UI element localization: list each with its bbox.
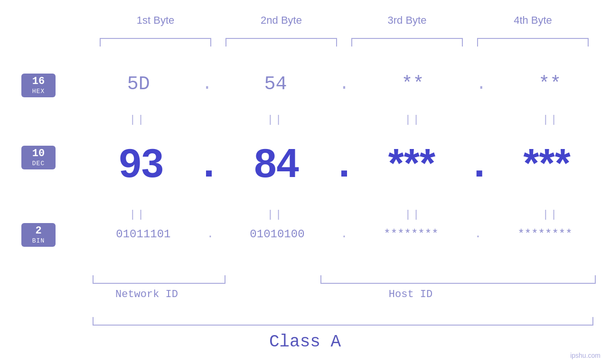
eq-3: || bbox=[385, 114, 441, 126]
hex-val-2: 54 bbox=[247, 74, 304, 95]
top-bracket-row bbox=[93, 38, 596, 47]
dec-val-1: 93 bbox=[106, 140, 177, 187]
bin-dot-1: . bbox=[207, 228, 214, 241]
hex-val-4: ** bbox=[521, 74, 578, 95]
class-label: Class A bbox=[0, 332, 610, 352]
hex-dot-3: . bbox=[476, 75, 487, 94]
network-id-label: Network ID bbox=[111, 289, 182, 300]
bracket-3 bbox=[351, 38, 463, 47]
network-bracket bbox=[93, 275, 225, 284]
bin-val-3: ******** bbox=[373, 228, 449, 241]
bottom-brackets bbox=[93, 275, 596, 284]
dec-row: 93 . 84 . *** . *** bbox=[93, 140, 596, 187]
hex-badge: 16 HEX bbox=[21, 74, 56, 97]
bracket-1 bbox=[100, 38, 211, 47]
hex-dot-2: . bbox=[339, 75, 349, 94]
hex-badge-number: 16 bbox=[21, 75, 56, 88]
byte-header-4: 4th Byte bbox=[470, 14, 596, 27]
hex-val-3: ** bbox=[384, 74, 441, 95]
watermark: ipshu.com bbox=[570, 352, 601, 359]
bin-val-2: 01010100 bbox=[239, 228, 315, 241]
eq2-4: || bbox=[522, 209, 579, 221]
byte-header-2: 2nd Byte bbox=[218, 14, 344, 27]
hex-badge-label: HEX bbox=[21, 88, 56, 95]
hex-row: 5D . 54 . ** . ** bbox=[93, 74, 596, 95]
equals-row-1: || || || || bbox=[93, 114, 596, 126]
main-container: 1st Byte 2nd Byte 3rd Byte 4th Byte 16 H… bbox=[0, 0, 610, 364]
dec-dot-2: . bbox=[338, 142, 350, 183]
host-id-label: Host ID bbox=[375, 289, 446, 300]
eq-1: || bbox=[109, 114, 166, 126]
hex-val-1: 5D bbox=[110, 74, 167, 95]
dec-val-2: 84 bbox=[241, 140, 312, 187]
dec-val-4: *** bbox=[511, 140, 582, 187]
eq-4: || bbox=[522, 114, 579, 126]
byte-header-3: 3rd Byte bbox=[344, 14, 470, 27]
bin-dot-3: . bbox=[475, 228, 481, 241]
dec-badge-label: DEC bbox=[21, 160, 56, 168]
hex-dot-1: . bbox=[202, 75, 212, 94]
dec-dot-1: . bbox=[203, 142, 215, 183]
long-bottom-bracket bbox=[93, 317, 593, 326]
eq2-1: || bbox=[109, 209, 166, 221]
dec-badge: 10 DEC bbox=[21, 146, 56, 169]
byte-headers: 1st Byte 2nd Byte 3rd Byte 4th Byte bbox=[93, 14, 596, 27]
eq2-3: || bbox=[385, 209, 441, 221]
bracket-4 bbox=[477, 38, 589, 47]
bin-badge-number: 2 bbox=[21, 225, 56, 237]
bin-dot-2: . bbox=[341, 228, 347, 241]
dec-val-3: *** bbox=[376, 140, 447, 187]
bin-val-1: 01011101 bbox=[105, 228, 181, 241]
equals-row-2: || || || || bbox=[93, 209, 596, 221]
eq-2: || bbox=[247, 114, 304, 126]
bin-row: 01011101 . 01010100 . ******** . *******… bbox=[93, 228, 596, 241]
bin-badge: 2 BIN bbox=[21, 223, 56, 247]
eq2-2: || bbox=[247, 209, 304, 221]
bin-val-4: ******** bbox=[507, 228, 583, 241]
host-bracket bbox=[320, 275, 596, 284]
dec-dot-3: . bbox=[474, 142, 485, 183]
bin-badge-label: BIN bbox=[21, 237, 56, 245]
bracket-2 bbox=[225, 38, 337, 47]
dec-badge-number: 10 bbox=[21, 148, 56, 160]
byte-header-1: 1st Byte bbox=[93, 14, 218, 27]
